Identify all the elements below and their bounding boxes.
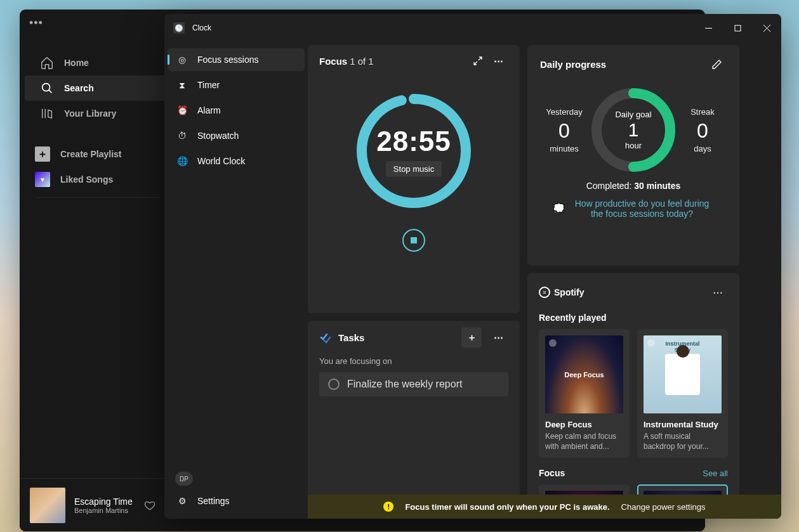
sidebar-item-home[interactable]: Home (25, 50, 170, 75)
focus-playlists-heading: FocusSee all (539, 468, 728, 478)
goal-progress-ring: Daily goal 1 hour (589, 86, 678, 174)
change-power-settings-link[interactable]: Change power settings (621, 502, 706, 512)
nav-label: Stopwatch (197, 131, 239, 141)
warning-icon: ! (383, 502, 393, 512)
track-title[interactable]: Escaping Time (74, 496, 133, 507)
search-icon (40, 81, 54, 95)
daily-title: Daily progress (540, 59, 606, 70)
album-art[interactable] (30, 488, 65, 523)
home-icon (40, 56, 54, 70)
focus-counter: 1 of 1 (350, 56, 374, 67)
nav-alarm[interactable]: ⏰Alarm (168, 99, 305, 122)
nav-world-clock[interactable]: 🌐World Clock (168, 150, 305, 172)
svg-rect-1 (735, 25, 741, 31)
nav-label: Alarm (197, 105, 221, 115)
nav-label: Create Playlist (60, 149, 122, 159)
hourglass-icon: ⧗ (176, 80, 188, 91)
sidebar-item-library[interactable]: Your Library (25, 101, 170, 126)
expand-icon[interactable] (468, 51, 488, 71)
nav-timer[interactable]: ⧗Timer (168, 74, 305, 96)
more-icon[interactable]: ⋯ (488, 51, 508, 71)
nav-label: Focus sessions (197, 55, 258, 65)
playlist-name: Deep Focus (545, 420, 623, 429)
svg-point-0 (43, 84, 50, 91)
menu-dots-icon[interactable]: ••• (29, 16, 43, 30)
focus-session-card: Focus 1 of 1 ⋯ 28:55 S (308, 45, 520, 313)
see-all-link[interactable]: See all (703, 469, 728, 478)
nav-label: Search (64, 83, 94, 93)
clock-sidebar: ◎Focus sessions ⧗Timer ⏰Alarm ⏱Stopwatch… (164, 42, 308, 519)
tasks-title: Tasks (338, 332, 364, 343)
heart-icon: ♥ (35, 172, 50, 187)
minimize-button[interactable] (694, 17, 723, 39)
warning-bar: ! Focus timer will sound only when your … (308, 495, 781, 519)
heart-icon[interactable] (144, 500, 155, 511)
playlist-card[interactable]: InstrumentalStudy Instrumental Study A s… (637, 329, 728, 458)
spotify-sidebar: Home Search Your Library ＋ Create Playli… (20, 45, 175, 208)
playlist-desc: Keep calm and focus with ambient and... (545, 432, 623, 451)
tasks-card: Tasks ＋ ⋯ You are focusing on Finalize t… (308, 321, 520, 498)
focus-progress-ring: 28:55 Stop music (355, 92, 473, 210)
playlist-art: InstrumentalStudy (644, 335, 722, 413)
nav-label: Home (64, 58, 89, 68)
add-task-button[interactable]: ＋ (461, 327, 482, 347)
warning-message: Focus timer will sound only when your PC… (405, 502, 609, 512)
stat-streak: Streak 0 days (681, 107, 724, 153)
task-label: Finalize the weekly report (347, 379, 462, 390)
stop-session-button[interactable] (402, 229, 425, 252)
feedback-icon: 💭 (553, 203, 565, 214)
alarm-icon: ⏰ (176, 105, 188, 115)
spotify-logo: ≡Spotify (539, 287, 584, 298)
stat-yesterday: Yesterday 0 minutes (543, 107, 586, 153)
clock-app-icon: 🕒 (173, 22, 185, 34)
track-artist[interactable]: Benjamin Martins (74, 507, 133, 514)
library-icon (40, 107, 54, 120)
window-title: Clock (192, 23, 211, 32)
more-icon[interactable]: ⋯ (708, 282, 728, 302)
target-icon: ◎ (176, 55, 188, 65)
liked-songs-button[interactable]: ♥ Liked Songs (20, 167, 175, 192)
stop-music-button[interactable]: Stop music (386, 161, 442, 177)
create-playlist-button[interactable]: ＋ Create Playlist (20, 141, 175, 167)
maximize-button[interactable] (723, 17, 752, 39)
nav-focus-sessions[interactable]: ◎Focus sessions (168, 48, 305, 71)
divider (35, 197, 160, 198)
playlist-art: Deep Focus (545, 335, 623, 413)
nav-label: Settings (197, 496, 230, 506)
playlist-card[interactable]: Deep Focus Deep Focus Keep calm and focu… (539, 329, 630, 458)
gear-icon: ⚙ (176, 496, 188, 506)
nav-label: Your Library (64, 108, 116, 119)
playlist-name: Instrumental Study (644, 420, 722, 429)
globe-icon: 🌐 (176, 156, 188, 166)
sidebar-item-search[interactable]: Search (25, 75, 170, 101)
nav-label: Liked Songs (60, 174, 113, 185)
completed-text: Completed: 30 minutes (540, 181, 727, 191)
daily-progress-card: Daily progress Yesterday 0 minutes (527, 45, 739, 266)
focus-time: 28:55 (376, 126, 451, 157)
nav-label: World Clock (197, 156, 245, 166)
nav-settings[interactable]: ⚙Settings (168, 490, 305, 512)
close-button[interactable] (752, 17, 781, 39)
plus-icon: ＋ (35, 146, 50, 162)
nav-label: Timer (197, 80, 220, 90)
feedback-link[interactable]: 💭 How productive do you feel during the … (540, 198, 727, 219)
user-badge[interactable]: DP (175, 472, 193, 486)
playlist-desc: A soft musical backdrop for your... (644, 432, 722, 451)
stop-icon (411, 237, 417, 243)
stopwatch-icon: ⏱ (176, 131, 188, 141)
spotify-integration-card: ≡Spotify ⋯ Recently played Deep Focus De… (527, 273, 739, 519)
todo-icon (319, 331, 332, 344)
task-checkbox[interactable] (328, 379, 340, 390)
titlebar: 🕒 Clock (164, 14, 781, 42)
clock-window: 🕒 Clock ◎Focus sessions ⧗Timer ⏰Alarm ⏱S… (164, 14, 781, 519)
task-item[interactable]: Finalize the weekly report (319, 372, 508, 396)
more-icon[interactable]: ⋯ (488, 327, 508, 347)
recently-played-heading: Recently played (539, 313, 728, 323)
nav-stopwatch[interactable]: ⏱Stopwatch (168, 124, 305, 147)
focus-title: Focus (319, 56, 347, 67)
tasks-subtitle: You are focusing on (319, 356, 508, 366)
edit-icon[interactable] (706, 54, 727, 74)
